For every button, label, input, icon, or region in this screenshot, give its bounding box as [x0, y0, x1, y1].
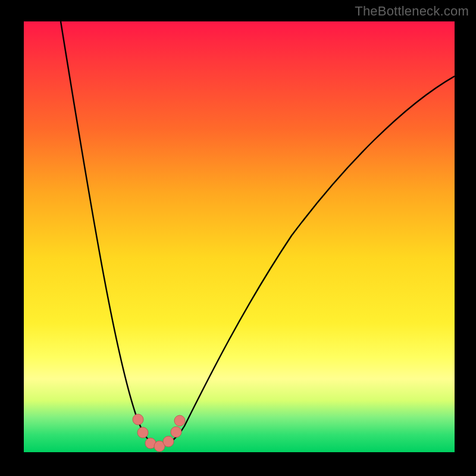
- bottleneck-curve: [61, 21, 455, 446]
- chart-frame: TheBottleneck.com: [0, 0, 476, 476]
- chart-plot-area: [24, 21, 455, 452]
- curve-marker: [174, 415, 185, 426]
- chart-svg: [24, 21, 455, 452]
- curve-marker: [133, 414, 143, 425]
- curve-markers: [133, 414, 185, 452]
- curve-marker: [171, 427, 181, 437]
- curve-marker: [163, 436, 174, 447]
- watermark-text: TheBottleneck.com: [355, 4, 469, 19]
- curve-marker: [137, 427, 148, 438]
